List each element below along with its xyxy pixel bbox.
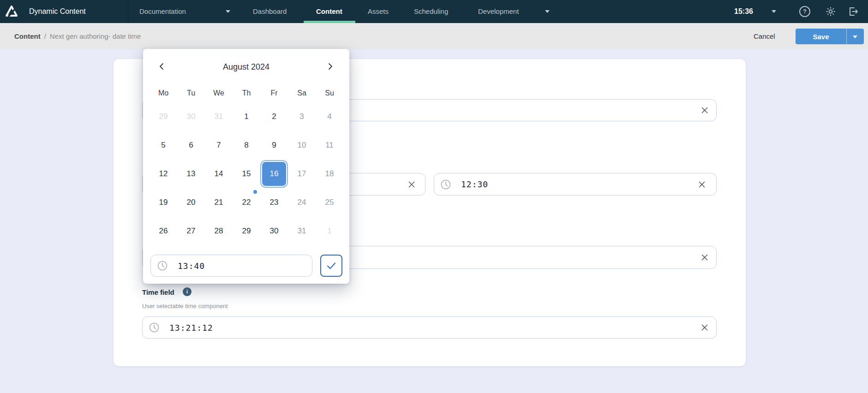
help-icon[interactable]: ? <box>799 6 810 17</box>
clear-icon[interactable] <box>700 323 709 332</box>
time-field-description: User selectable time component <box>142 303 228 310</box>
calendar-day[interactable]: 26 <box>150 217 177 245</box>
picker-time-field <box>150 255 312 277</box>
weekday-label: Fr <box>260 84 288 102</box>
chevron-down-icon[interactable] <box>226 10 230 13</box>
calendar-day[interactable]: 13 <box>177 160 205 188</box>
calendar-day[interactable]: 15 <box>233 160 260 188</box>
calendar-day[interactable]: 31 <box>288 217 316 245</box>
calendar-day[interactable]: 29 <box>233 217 260 245</box>
calendar-day[interactable]: 29 <box>150 102 177 131</box>
nav-item-dashboard[interactable]: Dashboard <box>253 0 287 23</box>
calendar-day[interactable]: 1 <box>233 102 260 131</box>
content-area: Time field i User selectable time compon… <box>0 49 868 393</box>
calendar-day[interactable]: 19 <box>150 188 177 217</box>
nav-divider <box>128 0 128 23</box>
time-field-label: Time field <box>142 288 174 296</box>
nav-item-development[interactable]: Development <box>478 0 519 23</box>
calendar-day[interactable]: 10 <box>288 131 316 160</box>
app-title: Dynamic Content <box>29 0 86 23</box>
clear-icon[interactable] <box>698 180 706 189</box>
clock-icon <box>157 261 168 271</box>
clear-icon[interactable] <box>407 180 416 189</box>
clear-icon[interactable] <box>700 106 709 114</box>
logout-icon[interactable] <box>848 6 859 17</box>
time-input[interactable] <box>461 179 716 189</box>
breadcrumb-root[interactable]: Content <box>14 32 41 40</box>
weekday-label: Su <box>316 84 343 102</box>
top-nav: Dynamic Content Documentation Dashboard … <box>0 0 868 23</box>
form-header-bar: Content/Next gen authoring- date time Ca… <box>0 23 868 49</box>
calendar-day[interactable]: 9 <box>260 131 288 160</box>
calendar-day[interactable]: 5 <box>150 131 177 160</box>
time-field-12-30 <box>434 173 717 196</box>
calendar-day-selected[interactable]: 16 <box>260 160 288 188</box>
time-input[interactable] <box>178 261 312 271</box>
weekday-label: Tu <box>177 84 205 102</box>
time-field-13-21-12 <box>142 316 717 339</box>
nav-item-documentation[interactable]: Documentation <box>139 0 186 23</box>
breadcrumb: Content/Next gen authoring- date time <box>14 23 141 49</box>
cancel-button[interactable]: Cancel <box>754 23 775 49</box>
weekday-label: We <box>205 84 233 102</box>
chevron-down-icon[interactable] <box>772 10 776 13</box>
save-options-caret-button[interactable] <box>846 29 864 44</box>
calendar-day[interactable]: 7 <box>205 131 233 160</box>
settings-gear-icon[interactable] <box>825 6 836 17</box>
calendar-day[interactable]: 4 <box>316 102 343 131</box>
nav-item-scheduling[interactable]: Scheduling <box>414 0 448 23</box>
calendar-day[interactable]: 20 <box>177 188 205 217</box>
calendar-day[interactable]: 23 <box>260 188 288 217</box>
calendar-day[interactable]: 31 <box>205 102 233 131</box>
calendar-day[interactable]: 24 <box>288 188 316 217</box>
breadcrumb-separator: / <box>44 32 46 40</box>
confirm-datetime-button[interactable] <box>320 255 342 277</box>
calendar-day[interactable]: 3 <box>288 102 316 131</box>
chevron-down-icon[interactable] <box>545 10 550 13</box>
calendar-day[interactable]: 27 <box>177 217 205 245</box>
calendar-day[interactable]: 8 <box>233 131 260 160</box>
calendar-day[interactable]: 30 <box>177 102 205 131</box>
weekday-label: Sa <box>288 84 316 102</box>
weekday-label: Th <box>233 84 260 102</box>
active-tab-underline <box>304 21 355 23</box>
nav-item-content[interactable]: Content <box>316 0 342 23</box>
next-month-chevron-icon[interactable] <box>324 60 337 73</box>
selected-day-box: 16 <box>261 161 287 187</box>
checkmark-icon <box>326 260 337 271</box>
calendar-day[interactable]: 21 <box>205 188 233 217</box>
save-button[interactable]: Save <box>796 29 846 44</box>
calendar-day[interactable]: 6 <box>177 131 205 160</box>
calendar-day[interactable]: 14 <box>205 160 233 188</box>
calendar-day[interactable]: 2 <box>260 102 288 131</box>
weekday-label: Mo <box>150 84 177 102</box>
calendar-day[interactable]: 12 <box>150 160 177 188</box>
calendar-day[interactable]: 17 <box>288 160 316 188</box>
calendar-day[interactable]: 30 <box>260 217 288 245</box>
calendar-day[interactable]: 28 <box>205 217 233 245</box>
calendar-grid: MoTuWeThFrSaSu29303112345678910111213141… <box>150 84 343 245</box>
clear-icon[interactable] <box>700 253 709 262</box>
amplience-logo-icon[interactable] <box>6 6 18 18</box>
calendar-day[interactable]: 25 <box>316 188 343 217</box>
clock-icon <box>441 179 451 190</box>
calendar-month-title: August 2024 <box>143 62 349 72</box>
calendar-day[interactable]: 11 <box>316 131 343 160</box>
clock-icon <box>149 322 159 333</box>
today-indicator-dot <box>253 190 257 194</box>
clock-time-display[interactable]: 15:36 <box>734 0 753 23</box>
time-input[interactable] <box>169 323 716 333</box>
save-split-button: Save <box>796 29 864 44</box>
calendar-day[interactable]: 18 <box>316 160 343 188</box>
date-time-picker-popup: August 2024 MoTuWeThFrSaSu29303112345678… <box>143 49 349 284</box>
nav-item-assets[interactable]: Assets <box>368 0 389 23</box>
breadcrumb-current: Next gen authoring- date time <box>50 32 141 40</box>
calendar-day[interactable]: 1 <box>316 217 343 245</box>
info-icon[interactable]: i <box>183 287 192 296</box>
